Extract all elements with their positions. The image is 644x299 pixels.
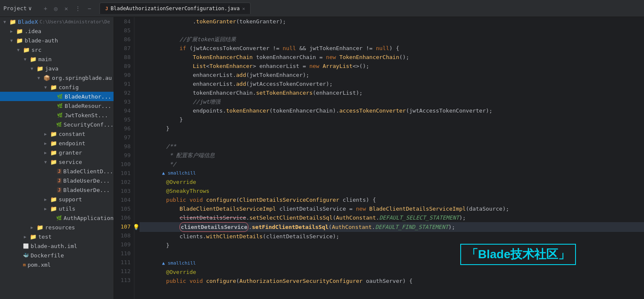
code-line	[140, 26, 644, 35]
sidebar-item-test[interactable]: ▶ 📁 test	[0, 232, 114, 241]
minimize-icon[interactable]: −	[86, 4, 93, 13]
sidebar-item-iml[interactable]: ⬜ blade-auth.iml	[0, 241, 114, 251]
window-icons: + ◎ ✕ ⋮ −	[42, 4, 93, 13]
sidebar-item-bladex[interactable]: ▼ 📁 BladeX C:\Users\Administrator\De	[0, 17, 114, 26]
close-icon[interactable]: ✕	[63, 4, 70, 13]
sidebar-item-label: blade-auth	[25, 37, 58, 44]
sidebar-item-blade-resource[interactable]: 🌿 BladeResour...	[0, 101, 114, 110]
sidebar-item-support[interactable]: ▶ 📁 support	[0, 195, 114, 204]
add-icon[interactable]: +	[42, 4, 49, 13]
sidebar-item-label: utils	[59, 206, 75, 212]
sidebar-item-blade-user-1[interactable]: J BladeUserDe...	[0, 176, 114, 185]
code-line: if (jwtAccessTokenConverter != null && j…	[140, 44, 644, 53]
sidebar-item-label: java	[45, 65, 58, 72]
folder-icon: 📁	[50, 196, 57, 203]
sidebar-item-label: BladeAuthor...	[65, 93, 111, 100]
java-icon: J	[57, 178, 62, 183]
sidebar-item-label: src	[31, 47, 41, 53]
folder-icon: 📁	[16, 37, 23, 44]
folder-icon: 📁	[50, 206, 57, 212]
code-line: .tokenGranter(tokenGranter);	[140, 17, 644, 26]
sidebar-item-endpoint[interactable]: ▶ 📁 endpoint	[0, 138, 114, 148]
code-line: clients.withClientDetails(clientDetailsS…	[140, 232, 644, 241]
arrow-icon: ▼	[3, 20, 9, 24]
code-line: @Override	[140, 268, 644, 276]
sidebar-item-resources[interactable]: ▶ 📁 resources	[0, 223, 114, 232]
tab-close-button[interactable]: ✕	[242, 6, 245, 11]
sidebar-item-label: test	[38, 234, 51, 240]
sidebar-item-blade-auth-config[interactable]: 🌿 BladeAuthor...	[0, 92, 114, 101]
sidebar-item-auth-app[interactable]: 🌿 AuthApplication	[0, 213, 114, 223]
arrow-icon: ▼	[37, 76, 43, 80]
code-line-highlighted: 💡 clientDetailsService.setFindClientDeta…	[140, 222, 644, 232]
project-menu[interactable]: Project ∨	[3, 5, 32, 11]
spring-icon: 🌿	[57, 103, 63, 109]
folder-icon: 📁	[23, 47, 30, 53]
arrow-icon: ▶	[10, 29, 15, 34]
sidebar-item-label: BladeX	[18, 19, 38, 25]
sidebar-item-granter[interactable]: ▶ 📁 granter	[0, 148, 114, 157]
sidebar-item-java[interactable]: ▼ 📁 java	[0, 64, 114, 73]
docker-icon: 🐳	[23, 253, 29, 258]
java-icon: J	[57, 187, 62, 193]
sidebar-item-jwt-token[interactable]: 🌿 JwtTokenSt...	[0, 110, 114, 120]
code-line: clientDetailsService.setSelectClientDeta…	[140, 213, 644, 222]
sidebar-item-label: BladeUserDe...	[63, 178, 110, 184]
code-line: * 配置客户端信息	[140, 151, 644, 160]
sidebar-item-dockerfile[interactable]: 🐳 Dockerfile	[0, 251, 114, 260]
sidebar-item-blade-client[interactable]: J BladeClientD...	[0, 166, 114, 176]
sidebar-item-label: .idea	[25, 28, 41, 34]
sidebar-item-constant[interactable]: ▶ 📁 constant	[0, 129, 114, 138]
sidebar-item-label: org.springblade.au	[52, 75, 112, 81]
sidebar-item-label: endpoint	[59, 140, 85, 147]
sidebar-item-src[interactable]: ▼ 📁 src	[0, 45, 114, 54]
sidebar-item-blade-auth[interactable]: ▼ 📁 blade-auth	[0, 36, 114, 45]
sidebar-item-label: pom.xml	[28, 262, 51, 268]
sidebar-item-main[interactable]: ▼ 📁 main	[0, 54, 114, 64]
code-line: enhancerList.add(jwtAccessTokenConverter…	[140, 79, 644, 88]
arrow-icon: ▼	[44, 85, 49, 90]
main-layout: ▼ 📁 BladeX C:\Users\Administrator\De ▶ 📁…	[0, 17, 644, 299]
arrow-icon: ▼	[44, 160, 49, 164]
sidebar-item-label: constant	[59, 131, 85, 137]
folder-icon: 📁	[9, 19, 16, 25]
sidebar-path: C:\Users\Administrator\De	[40, 19, 110, 25]
tab-blade-auth-config[interactable]: J BladeAuthorizationServerConfiguration.…	[100, 3, 251, 14]
code-line	[140, 133, 644, 142]
project-sidebar: ▼ 📁 BladeX C:\Users\Administrator\De ▶ 📁…	[0, 17, 114, 299]
arrow-icon: ▶	[44, 132, 49, 136]
code-line: //jwt增强	[140, 97, 644, 106]
sidebar-item-pom[interactable]: m pom.xml	[0, 260, 114, 269]
folder-icon: 📁	[50, 150, 57, 156]
project-chevron: ∨	[28, 5, 32, 11]
maven-icon: m	[23, 262, 26, 268]
code-line	[140, 250, 644, 259]
code-line: /**	[140, 142, 644, 151]
sidebar-item-org-springblade[interactable]: ▼ 📦 org.springblade.au	[0, 73, 114, 82]
arrow-icon: ▶	[44, 206, 49, 211]
sidebar-item-label: service	[59, 159, 82, 165]
code-line: BladeClientDetailsServiceImpl clientDeta…	[140, 204, 644, 213]
circle-icon[interactable]: ◎	[52, 4, 59, 13]
sidebar-item-label: AuthApplication	[64, 215, 114, 221]
sidebar-item-config[interactable]: ▼ 📁 config	[0, 82, 114, 92]
code-content[interactable]: .tokenGranter(tokenGranter); //扩展token返回…	[134, 17, 644, 299]
arrow-icon: ▶	[44, 197, 49, 202]
arrow-icon: ▶	[24, 234, 29, 239]
folder-icon: 📁	[50, 140, 57, 147]
sidebar-item-label: resources	[45, 224, 75, 231]
title-bar: Project ∨ + ◎ ✕ ⋮ − J BladeAuthorization…	[0, 0, 644, 17]
arrow-icon: ▶	[44, 141, 49, 146]
sidebar-item-label: blade-auth.iml	[31, 243, 77, 249]
sidebar-item-label: Dockerfile	[31, 252, 64, 259]
sidebar-item-service[interactable]: ▼ 📁 service	[0, 157, 114, 166]
arrow-icon: ▼	[10, 38, 15, 43]
sidebar-item-blade-user-2[interactable]: J BladeUserDe...	[0, 185, 114, 195]
sidebar-item-idea[interactable]: ▶ 📁 .idea	[0, 26, 114, 36]
folder-icon: 📁	[16, 28, 23, 34]
folder-icon: 📁	[50, 84, 57, 90]
sidebar-item-utils[interactable]: ▶ 📁 utils	[0, 204, 114, 213]
code-editor: 84 85 86 87 88 89 90 91 92 93 94 95 96 9…	[114, 17, 644, 299]
sidebar-item-security-config[interactable]: 🌿 SecurityConf...	[0, 120, 114, 129]
more-icon[interactable]: ⋮	[73, 4, 83, 13]
